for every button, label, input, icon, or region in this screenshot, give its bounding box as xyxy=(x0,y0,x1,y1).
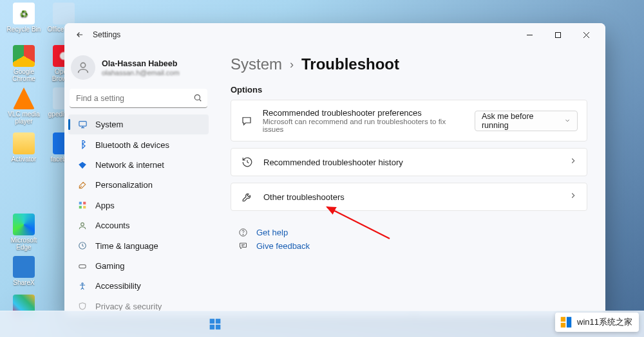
svg-rect-5 xyxy=(79,202,82,205)
nav-label: Privacy & security xyxy=(95,302,162,311)
vlc-icon xyxy=(13,87,35,109)
edge-icon xyxy=(13,214,35,235)
svg-point-15 xyxy=(243,234,243,235)
wrench-icon xyxy=(240,191,254,203)
close-button[interactable] xyxy=(572,25,600,44)
logo-icon xyxy=(559,315,573,329)
search-field[interactable] xyxy=(70,89,207,108)
svg-point-9 xyxy=(81,223,84,226)
apps-icon xyxy=(77,201,88,210)
desktop-icon-recycle-bin[interactable]: ♻️Recycle Bin xyxy=(5,3,43,33)
svg-rect-18 xyxy=(210,325,215,329)
nav-item-gaming[interactable]: Gaming xyxy=(68,256,209,276)
svg-rect-22 xyxy=(561,323,565,327)
chevron-right-icon: › xyxy=(290,58,294,71)
give-feedback-row: Give feedback xyxy=(237,241,587,251)
nav-label: Personalization xyxy=(95,180,153,190)
svg-point-3 xyxy=(194,95,200,100)
avatar-icon xyxy=(71,55,95,80)
gaming-icon xyxy=(77,262,88,271)
window-titlebar: Settings xyxy=(64,23,605,46)
search-input[interactable] xyxy=(70,89,207,108)
help-icon xyxy=(237,228,249,237)
nav-label: Accounts xyxy=(95,221,129,230)
minimize-button[interactable] xyxy=(515,25,544,44)
card-recommended-history[interactable]: Recommended troubleshooter history xyxy=(231,148,587,176)
nav-label: Time & language xyxy=(95,241,158,251)
nav-item-accounts[interactable]: Accounts xyxy=(68,215,209,235)
svg-rect-7 xyxy=(79,206,82,208)
network-icon xyxy=(77,161,88,170)
breadcrumb-current: Troubleshoot xyxy=(301,55,399,73)
chevron-right-icon xyxy=(569,156,578,168)
nav-item-bluetooth[interactable]: Bluetooth & devices xyxy=(68,134,209,154)
nav-item-personalization[interactable]: Personalization xyxy=(68,175,209,195)
account-name: Ola-Hassan Habeeb xyxy=(102,59,180,69)
bluetooth-icon xyxy=(77,140,88,149)
card-recommended-preferences[interactable]: Recommended troubleshooter preferences M… xyxy=(231,100,587,141)
svg-rect-8 xyxy=(83,206,86,208)
nav-label: Network & internet xyxy=(95,160,164,170)
desktop-icon-activator[interactable]: Activator xyxy=(5,132,43,163)
accessibility-icon xyxy=(77,282,88,291)
svg-rect-16 xyxy=(210,319,215,324)
get-help-row: Get help xyxy=(237,228,587,237)
history-icon xyxy=(240,156,254,168)
person-icon xyxy=(77,221,88,230)
system-icon xyxy=(77,120,88,129)
account-row[interactable]: Ola-Hassan Habeeb olahassan.h@email.com xyxy=(68,50,209,89)
card-title: Other troubleshooters xyxy=(263,192,345,202)
content-pane: System › Troubleshoot Options Recommende… xyxy=(213,46,605,316)
breadcrumb-parent[interactable]: System xyxy=(231,55,282,73)
give-feedback-link[interactable]: Give feedback xyxy=(256,241,310,251)
nav-label: Gaming xyxy=(95,261,125,271)
svg-rect-1 xyxy=(555,32,560,37)
watermark-corner: win11系统之家 xyxy=(555,313,639,332)
nav-item-accessibility[interactable]: Accessibility xyxy=(68,276,209,296)
maximize-icon xyxy=(554,32,562,39)
sidebar: Ola-Hassan Habeeb olahassan.h@email.com … xyxy=(64,46,213,316)
preferences-dropdown[interactable]: Ask me before running xyxy=(475,111,578,131)
nav-item-network[interactable]: Network & internet xyxy=(68,155,209,175)
office-icon xyxy=(53,3,75,24)
recycle-bin-icon: ♻️ xyxy=(13,3,35,24)
sidebar-nav: System Bluetooth & devices Network & int… xyxy=(68,114,209,316)
desktop-icon-vlc[interactable]: VLC media player xyxy=(5,87,43,125)
nav-item-system[interactable]: System xyxy=(68,114,209,134)
window-title: Settings xyxy=(93,30,120,39)
start-button[interactable] xyxy=(206,315,224,333)
nav-item-time[interactable]: Time & language xyxy=(68,235,209,255)
folder-icon xyxy=(13,132,35,154)
back-button[interactable] xyxy=(71,26,89,44)
nav-item-apps[interactable]: Apps xyxy=(68,196,209,215)
maximize-button[interactable] xyxy=(544,25,572,44)
account-email: olahassan.h@email.com xyxy=(102,69,180,77)
svg-point-2 xyxy=(80,63,85,68)
chevron-right-icon xyxy=(569,191,578,203)
clock-globe-icon xyxy=(77,241,88,250)
desktop-icon-edge[interactable]: Microsoft Edge xyxy=(5,214,43,251)
card-subtitle: Microsoft can recommend and run troubles… xyxy=(263,118,457,133)
speech-bubble-icon xyxy=(240,115,254,127)
taskbar[interactable] xyxy=(0,311,644,337)
sharex-icon xyxy=(13,256,35,278)
nav-label: Apps xyxy=(95,201,115,210)
card-other-troubleshooters[interactable]: Other troubleshooters xyxy=(231,183,587,211)
windows-icon xyxy=(209,318,222,331)
desktop-icon-chrome[interactable]: Google Chrome xyxy=(5,45,43,82)
get-help-link[interactable]: Get help xyxy=(256,228,288,237)
breadcrumb: System › Troubleshoot xyxy=(231,55,587,73)
nav-label: Bluetooth & devices xyxy=(95,140,169,150)
svg-rect-21 xyxy=(567,317,571,328)
chevron-down-icon xyxy=(564,117,571,124)
section-label: Options xyxy=(231,85,587,95)
back-arrow-icon xyxy=(75,30,84,39)
desktop-icon-sharex[interactable]: ShareX xyxy=(5,256,43,286)
svg-rect-6 xyxy=(83,202,86,205)
svg-rect-11 xyxy=(79,264,86,268)
dropdown-value: Ask me before running xyxy=(482,112,558,130)
search-icon xyxy=(193,93,202,105)
card-title: Recommended troubleshooter history xyxy=(263,158,403,167)
svg-point-12 xyxy=(82,283,83,284)
nav-label: Accessibility xyxy=(95,281,141,291)
